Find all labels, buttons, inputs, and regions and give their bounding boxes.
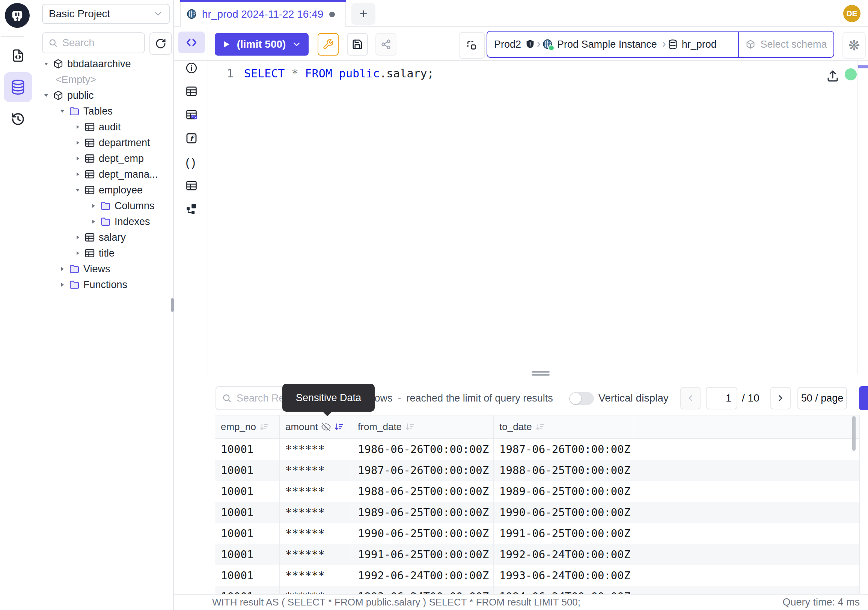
- sort-icon[interactable]: [405, 422, 415, 432]
- table-icon: [84, 153, 95, 164]
- vertical-display-toggle[interactable]: [569, 392, 594, 405]
- table-scrollbar-thumb[interactable]: [852, 416, 856, 451]
- upload-icon[interactable]: [826, 69, 840, 83]
- batch-query-button[interactable]: [459, 32, 485, 59]
- caret-right-icon[interactable]: [74, 171, 82, 177]
- new-tab-button[interactable]: +: [352, 3, 375, 25]
- table-row[interactable]: 10001 ****** 1993-06-24T00:00:00Z 1994-0…: [215, 586, 859, 594]
- format-wrench-button[interactable]: [318, 33, 339, 56]
- tree-item-empty: <Empty>: [36, 72, 174, 87]
- worksheet-nav-file-code-icon[interactable]: [8, 46, 28, 65]
- masked-cell[interactable]: ******: [280, 481, 352, 502]
- sort-icon-active[interactable]: [334, 422, 344, 432]
- eye-off-icon[interactable]: [321, 422, 331, 432]
- column-header-from-date[interactable]: from_date: [352, 416, 494, 438]
- procedures-panel-button[interactable]: (): [181, 152, 202, 173]
- next-page-button[interactable]: [770, 387, 790, 410]
- tree-item-functions[interactable]: Functions: [36, 277, 174, 293]
- page-number-input[interactable]: 1: [706, 387, 737, 410]
- masked-cell[interactable]: ******: [280, 523, 352, 544]
- functions-panel-button[interactable]: f: [181, 128, 202, 149]
- caret-down-icon[interactable]: [42, 92, 50, 98]
- chevron-down-icon[interactable]: [292, 39, 301, 49]
- sidebar-resize-handle[interactable]: [171, 298, 174, 312]
- editor-strip-divider: [208, 27, 208, 374]
- run-query-button[interactable]: (limit 500): [215, 33, 308, 56]
- export-button-partial[interactable]: [859, 386, 868, 410]
- views-panel-button[interactable]: [181, 175, 202, 196]
- masked-cell[interactable]: ******: [280, 544, 352, 565]
- sort-icon[interactable]: [259, 422, 270, 432]
- tree-item-department[interactable]: department: [36, 135, 174, 151]
- tree-item-title[interactable]: title: [36, 245, 174, 261]
- tree-item-salary[interactable]: salary: [36, 230, 174, 245]
- avatar[interactable]: DE: [843, 5, 860, 22]
- column-header-to-date[interactable]: to_date: [494, 416, 634, 438]
- table-row[interactable]: 10001 ****** 1990-06-25T00:00:00Z 1991-0…: [215, 523, 859, 544]
- caret-right-icon[interactable]: [89, 219, 98, 225]
- caret-down-icon[interactable]: [58, 108, 67, 114]
- sql-editor[interactable]: SELECT * FROM public.salary;: [244, 67, 434, 80]
- tables-panel-button[interactable]: [181, 81, 202, 102]
- caret-right-icon[interactable]: [74, 234, 82, 241]
- ai-assistant-button[interactable]: ❋: [842, 32, 866, 59]
- tree-item-dept-manager[interactable]: dept_mana...: [36, 166, 174, 182]
- project-select[interactable]: Basic Project: [42, 4, 170, 24]
- connection-breadcrumb[interactable]: Prod2 › Prod Sample Instance › hr_prod: [487, 31, 834, 58]
- tab-worksheet-active[interactable]: hr_prod 2024-11-22 16:49: [180, 2, 346, 27]
- table-row[interactable]: 10001 ****** 1988-06-25T00:00:00Z 1989-0…: [215, 481, 859, 502]
- table-row[interactable]: 10001 ****** 1987-06-26T00:00:00Z 1988-0…: [215, 460, 859, 481]
- caret-right-icon[interactable]: [74, 250, 82, 256]
- masked-cell[interactable]: ******: [280, 586, 352, 594]
- table-row[interactable]: 10001 ****** 1986-06-26T00:00:00Z 1987-0…: [215, 439, 859, 460]
- caret-right-icon[interactable]: [74, 155, 82, 161]
- connection-status-dot: [845, 68, 857, 81]
- tree-item-views[interactable]: Views: [36, 261, 174, 277]
- bytebase-logo-icon[interactable]: [5, 3, 29, 28]
- code-view-button[interactable]: [178, 31, 205, 53]
- masked-cell[interactable]: ******: [280, 439, 352, 460]
- masked-cell[interactable]: ******: [280, 502, 352, 523]
- masked-cell[interactable]: ******: [280, 460, 352, 481]
- postgresql-icon: [186, 9, 197, 20]
- tree-item-tables[interactable]: Tables: [36, 103, 174, 119]
- table-row[interactable]: 10001 ****** 1992-06-24T00:00:00Z 1993-0…: [215, 565, 859, 586]
- sort-icon[interactable]: [535, 422, 546, 432]
- caret-down-icon[interactable]: [42, 61, 50, 67]
- caret-right-icon[interactable]: [74, 140, 82, 146]
- masked-data-button[interactable]: [181, 104, 202, 125]
- page-size-select[interactable]: 50 / page: [797, 387, 847, 410]
- tree-item-indexes[interactable]: Indexes: [36, 214, 174, 230]
- tree-item-columns[interactable]: Columns: [36, 198, 174, 214]
- caret-down-icon[interactable]: [74, 187, 82, 193]
- history-nav-icon[interactable]: [8, 109, 28, 129]
- save-button[interactable]: [347, 33, 368, 56]
- sidebar-search[interactable]: [42, 32, 145, 53]
- panel-split-handle[interactable]: [532, 371, 550, 377]
- tree-item-dept-emp[interactable]: dept_emp: [36, 151, 174, 166]
- select-schema-button[interactable]: Select schema: [739, 31, 834, 57]
- database-nav-icon[interactable]: [4, 72, 32, 102]
- caret-right-icon[interactable]: [89, 203, 98, 209]
- column-header-emp-no[interactable]: emp_no: [215, 416, 280, 438]
- tree-item-audit[interactable]: audit: [36, 119, 174, 135]
- prev-page-button[interactable]: [680, 387, 701, 410]
- search-icon: [48, 38, 58, 48]
- info-button[interactable]: [181, 57, 202, 79]
- masked-cell[interactable]: ******: [280, 565, 352, 586]
- sidebar-search-input[interactable]: [62, 37, 139, 49]
- caret-right-icon[interactable]: [58, 266, 67, 272]
- refresh-button[interactable]: [149, 32, 172, 55]
- schema-diagram-button[interactable]: [181, 198, 202, 219]
- tree-item-public[interactable]: public: [36, 87, 174, 103]
- table-row[interactable]: 10001 ****** 1991-06-25T00:00:00Z 1992-0…: [215, 544, 859, 565]
- caret-right-icon[interactable]: [58, 282, 67, 288]
- tree-item-employee[interactable]: employee: [36, 182, 174, 198]
- scroll-indicator: [858, 65, 868, 68]
- caret-right-icon[interactable]: [74, 124, 82, 130]
- share-button[interactable]: [375, 33, 397, 56]
- table-row[interactable]: 10001 ****** 1989-06-25T00:00:00Z 1990-0…: [215, 502, 859, 523]
- column-header-empty: [634, 416, 859, 438]
- column-header-amount[interactable]: amount: [280, 416, 352, 438]
- tree-item-bbdataarchive[interactable]: bbdataarchive: [36, 56, 174, 72]
